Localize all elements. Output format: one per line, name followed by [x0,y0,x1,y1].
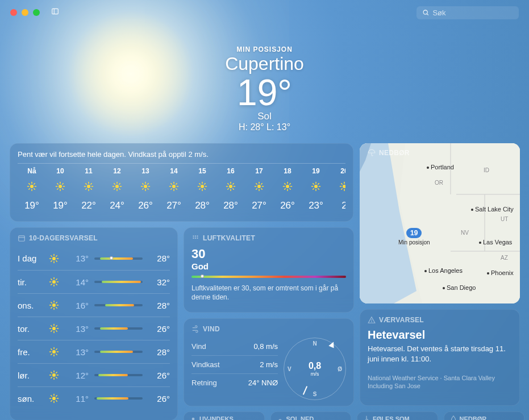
svg-point-2 [423,10,427,14]
svg-line-27 [86,184,87,185]
current-temperature: 19° [0,74,529,111]
hour-temp: 19° [18,200,46,211]
map-city-label: Phoenix [487,269,514,276]
svg-point-159 [52,373,56,377]
search-input[interactable] [432,9,513,17]
svg-line-102 [318,184,319,185]
sun-icon [49,277,59,287]
sun-icon [49,323,59,334]
hourly-item[interactable]: 1923° [302,167,330,211]
wind-stat-row: Vind0,8 m/s [191,338,278,356]
temp-range-bar [94,374,143,376]
tenday-row[interactable]: fre.13°28° [18,340,170,363]
map-city-label: Portland [427,164,454,171]
svg-line-156 [56,354,57,355]
search-field[interactable] [416,6,519,19]
map-state-label: NV [461,230,469,236]
svg-line-131 [56,279,57,280]
hourly-item[interactable]: 1727° [245,167,273,211]
svg-point-180 [193,238,194,239]
hourly-item[interactable]: 1224° [103,167,131,211]
hour-temp: 2 [330,200,345,211]
current-conditions: MIN POSISJON Cupertino 19° Sol H: 28° L:… [0,45,529,132]
location-label: MIN POSISJON [0,45,529,53]
titlebar [0,0,529,25]
day-label: lør. [18,371,49,380]
hourly-item[interactable]: 1122° [74,167,103,211]
tenday-row[interactable]: tor.13°26° [18,317,170,340]
tenday-row[interactable]: I dag13°28° [18,247,170,270]
map-area[interactable]: 19 Min posisjon PortlandSalt Lake CityLa… [360,143,520,303]
wind-card[interactable]: VIND Vind0,8 m/sVindkast2 m/sRetning24° … [184,318,354,406]
hourly-item[interactable]: 1528° [188,167,216,211]
sun-icon [339,181,345,192]
sun-icon [226,181,236,192]
hour-temp: 22° [74,200,103,211]
map-location-pin[interactable]: 19 Min posisjon [398,227,430,246]
alert-body: Hetevarsel. Det ventes å starte tirsdag … [368,344,512,364]
map-state-label: UT [501,216,508,222]
hourly-item[interactable]: Nå19° [18,167,46,211]
svg-point-150 [52,350,56,354]
sun-icon [27,181,37,192]
svg-point-179 [197,235,198,236]
svg-line-146 [51,326,52,327]
svg-line-165 [56,377,57,379]
sunset-card[interactable]: SOL NED [270,411,352,420]
high-low: H: 28° L: 13° [0,122,529,132]
minimize-button[interactable] [22,9,28,16]
svg-line-138 [56,307,57,309]
svg-line-175 [51,401,52,402]
small-cards-row: UV-INDEKS SOL NED FØLES SOM NEDBØR [184,411,524,420]
sidebar-toggle-icon[interactable] [51,7,59,18]
close-button[interactable] [10,9,17,16]
high-temp: 26° [148,371,170,380]
hourly-item[interactable]: 1427° [160,167,188,211]
svg-point-168 [52,397,56,400]
svg-point-49 [172,185,176,188]
aqi-icon [191,234,199,242]
maximize-button[interactable] [33,9,40,16]
wind-stat-row: Retning24° NNØ [191,374,278,392]
hourly-item[interactable]: 1628° [216,167,245,211]
svg-point-31 [115,185,119,188]
wind-header: VIND [191,325,346,333]
tenday-forecast-card[interactable]: 10-DAGERSVARSEL I dag13°28°tir.14°32°ons… [10,227,178,420]
svg-line-149 [56,326,57,327]
svg-line-39 [119,184,120,185]
sun-icon [311,181,321,192]
svg-point-190 [192,418,195,420]
temp-range-bar [94,351,143,353]
weather-alert-card[interactable]: VÆRVARSEL Hetevarsel Hetevarsel. Det ven… [360,309,520,406]
tenday-row[interactable]: lør.12°26° [18,363,170,386]
low-temp: 14° [65,277,89,287]
svg-line-139 [51,307,52,309]
low-temp: 16° [65,301,89,310]
hourly-item[interactable]: 1326° [131,167,160,211]
hour-temp: 28° [188,200,216,211]
hourly-item[interactable]: 202 [330,167,345,211]
svg-point-103 [343,185,345,188]
hourly-forecast-card[interactable]: Pent vær vil fortsette hele dagen. Vindk… [10,143,353,222]
tenday-row[interactable]: søn.11°26° [18,386,170,410]
precipitation-map-card[interactable]: NEDBØR 19 Min posisjon PortlandSalt Lake… [360,143,520,303]
sun-icon [49,300,59,310]
tenday-row[interactable]: ons.16°28° [18,293,170,317]
air-quality-card[interactable]: LUFTKVALITET 30 God Luftkvaliteten er 30… [184,227,354,313]
svg-point-58 [201,185,204,188]
city-name: Cupertino [0,53,529,74]
hour-label: 15 [188,167,216,175]
warning-icon [368,316,376,324]
high-temp: 28° [148,347,170,357]
map-city-label: Salt Lake City [471,206,514,213]
umbrella-icon [368,149,376,157]
precip-small-card[interactable]: NEDBØR [444,411,525,420]
feels-like-card[interactable]: FØLES SOM [357,411,438,420]
svg-point-85 [286,185,289,188]
hourly-item[interactable]: 1826° [273,167,302,211]
high-temp: 26° [148,324,170,334]
tenday-row[interactable]: tir.14°32° [18,270,170,293]
hourly-item[interactable]: 1019° [46,167,74,211]
svg-line-122 [56,255,57,256]
uv-index-card[interactable]: UV-INDEKS [184,411,265,420]
